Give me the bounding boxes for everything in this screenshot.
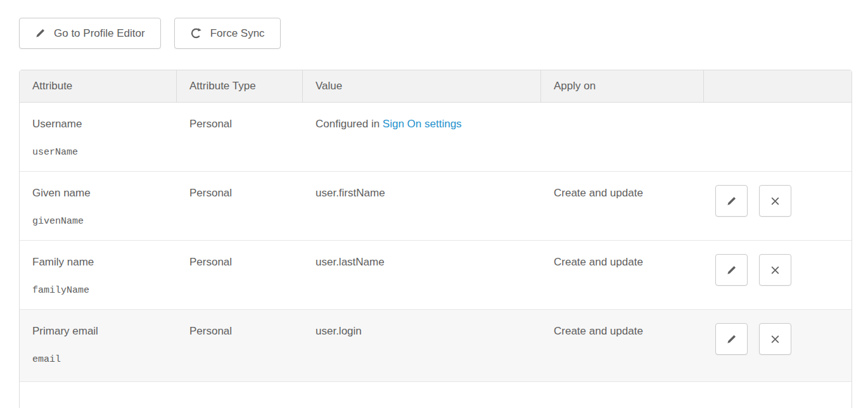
apply-on-text: Create and update [554,256,643,268]
force-sync-label: Force Sync [210,27,265,40]
table-row-primary-email: Primary email email Personal user.login … [20,310,852,382]
attribute-type: Personal [189,325,232,337]
column-header-value: Value [303,70,541,103]
table-row-given-name: Given name givenName Personal user.first… [20,172,852,241]
attribute-mapping-table: Attribute Attribute Type Value Apply on … [19,70,852,408]
refresh-icon [190,27,202,39]
remove-attribute-button[interactable] [759,185,791,217]
value-text: Configured in [316,118,383,130]
apply-on-cell [541,103,704,172]
actions-cell [704,310,852,382]
empty-cell [20,382,852,408]
attribute-variable: userName [32,147,170,158]
pencil-icon [35,28,46,39]
value-cell: user.firstName [303,172,541,241]
attribute-label: Given name [32,187,170,200]
close-icon [770,196,781,207]
attribute-label: Family name [32,256,170,269]
actions-cell [704,241,852,310]
column-header-attribute-type: Attribute Type [177,70,303,103]
apply-on-cell: Create and update [541,172,704,241]
attribute-type: Personal [189,187,232,199]
sign-on-settings-link[interactable]: Sign On settings [383,118,462,130]
pencil-icon [726,196,737,207]
attribute-type-cell: Personal [177,172,303,241]
attribute-label: Username [32,118,170,131]
attribute-type: Personal [189,118,232,130]
close-icon [770,265,781,276]
table-row-partial [20,382,852,408]
attribute-cell: Username userName [20,103,177,172]
pencil-icon [726,265,737,276]
attribute-mappings-page: Go to Profile Editor Force Sync Attribut… [0,0,868,408]
value-text: user.lastName [316,256,385,268]
apply-on-text: Create and update [554,325,643,337]
attribute-type-cell: Personal [177,310,303,382]
column-header-attribute: Attribute [20,70,177,103]
attribute-label: Primary email [32,325,170,338]
pencil-icon [726,334,737,345]
column-header-actions [704,70,852,103]
go-to-profile-editor-label: Go to Profile Editor [54,27,145,40]
value-text: user.login [316,325,362,337]
go-to-profile-editor-button[interactable]: Go to Profile Editor [19,18,161,49]
value-cell: Configured in Sign On settings [303,103,541,172]
attribute-variable: email [32,354,170,365]
apply-on-cell: Create and update [541,241,704,310]
force-sync-button[interactable]: Force Sync [174,18,281,49]
remove-attribute-button[interactable] [759,254,791,286]
edit-attribute-button[interactable] [715,185,748,217]
attribute-cell: Family name familyName [20,241,177,310]
value-cell: user.login [303,310,541,382]
table-header-row: Attribute Attribute Type Value Apply on [20,70,852,103]
edit-attribute-button[interactable] [715,323,748,355]
actions-cell [704,172,852,241]
apply-on-text: Create and update [554,187,643,199]
attribute-variable: familyName [32,285,170,296]
table-row-family-name: Family name familyName Personal user.las… [20,241,852,310]
attribute-type: Personal [189,256,232,268]
edit-attribute-button[interactable] [715,254,748,286]
attribute-type-cell: Personal [177,103,303,172]
apply-on-cell: Create and update [541,310,704,382]
value-text: user.firstName [316,187,385,199]
close-icon [770,334,781,345]
remove-attribute-button[interactable] [759,323,791,355]
table-row-username: Username userName Personal Configured in… [20,103,852,172]
attribute-type-cell: Personal [177,241,303,310]
column-header-apply-on: Apply on [541,70,704,103]
value-cell: user.lastName [303,241,541,310]
attribute-cell: Given name givenName [20,172,177,241]
attribute-cell: Primary email email [20,310,177,382]
actions-cell [704,103,852,172]
toolbar: Go to Profile Editor Force Sync [19,18,281,49]
attribute-variable: givenName [32,216,170,227]
